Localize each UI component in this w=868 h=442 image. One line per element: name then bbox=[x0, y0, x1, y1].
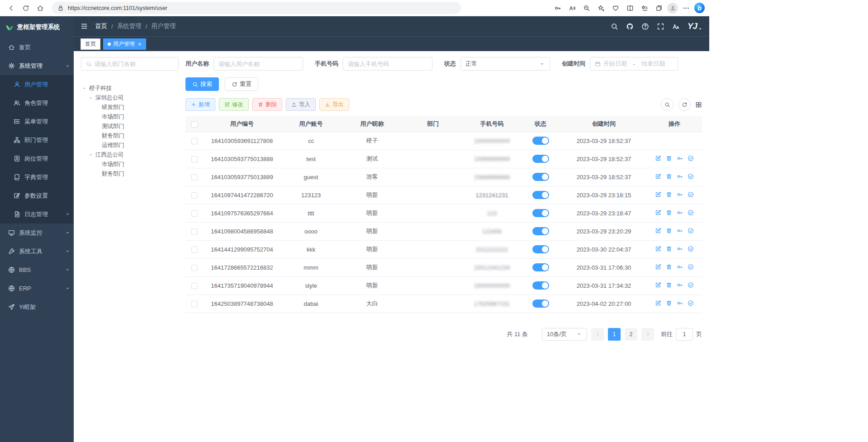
reset-password-icon[interactable] bbox=[677, 300, 683, 306]
goto-page-input[interactable] bbox=[676, 328, 693, 341]
reset-password-icon[interactable] bbox=[677, 264, 683, 270]
fullscreen-icon[interactable] bbox=[657, 23, 664, 30]
row-checkbox[interactable] bbox=[191, 192, 198, 199]
back-button[interactable] bbox=[5, 2, 18, 14]
address-bar[interactable]: https://ccnetcore.com:1101/system/user bbox=[52, 2, 461, 14]
status-select[interactable]: 正常 bbox=[460, 57, 550, 71]
reset-password-icon[interactable] bbox=[677, 209, 683, 216]
tree-node[interactable]: 财务部门 bbox=[81, 131, 179, 141]
delete-icon[interactable] bbox=[666, 300, 672, 306]
row-checkbox[interactable] bbox=[191, 228, 198, 235]
breadcrumb-item[interactable]: 系统管理 bbox=[117, 22, 142, 30]
next-page-button[interactable] bbox=[641, 328, 654, 341]
sidebar-item-menu[interactable]: 菜单管理 bbox=[0, 112, 74, 131]
split-screen-button[interactable] bbox=[624, 2, 636, 14]
delete-icon[interactable] bbox=[666, 155, 672, 162]
read-aloud-button[interactable] bbox=[566, 2, 579, 14]
tab-user-mgmt[interactable]: 用户管理× bbox=[103, 38, 146, 50]
assign-role-icon[interactable] bbox=[688, 282, 694, 288]
edit-icon[interactable] bbox=[655, 173, 661, 180]
reset-password-icon[interactable] bbox=[677, 282, 683, 288]
edit-icon[interactable] bbox=[655, 282, 661, 288]
prev-page-button[interactable] bbox=[591, 328, 604, 341]
status-toggle[interactable] bbox=[532, 245, 549, 253]
import-button[interactable]: 导入 bbox=[286, 98, 316, 111]
page-button-2[interactable]: 2 bbox=[625, 328, 637, 341]
assign-role-icon[interactable] bbox=[688, 155, 694, 162]
refresh-table-button[interactable] bbox=[678, 98, 691, 111]
tree-node[interactable]: 深圳总公司 bbox=[81, 93, 179, 103]
app-logo[interactable]: 意框架管理系统 bbox=[0, 16, 74, 38]
date-range-picker[interactable]: 开始日期 - 结束日期 bbox=[590, 57, 678, 71]
add-favorite-button[interactable] bbox=[595, 2, 607, 14]
help-icon[interactable] bbox=[641, 23, 649, 30]
tree-node[interactable]: 市场部门 bbox=[81, 112, 179, 122]
search-icon[interactable] bbox=[611, 23, 618, 30]
delete-icon[interactable] bbox=[666, 228, 672, 234]
status-toggle[interactable] bbox=[532, 191, 549, 199]
edit-icon[interactable] bbox=[655, 191, 661, 198]
row-checkbox[interactable] bbox=[191, 156, 198, 162]
status-toggle[interactable] bbox=[532, 281, 549, 290]
tree-node[interactable]: 测试部门 bbox=[81, 122, 179, 131]
edit-icon[interactable] bbox=[655, 264, 661, 270]
assign-role-icon[interactable] bbox=[688, 228, 694, 234]
sidebar-item-monitor[interactable]: 系统监控 bbox=[0, 223, 74, 242]
row-checkbox[interactable] bbox=[191, 247, 198, 253]
sidebar-item-role[interactable]: 角色管理 bbox=[0, 94, 74, 112]
status-toggle[interactable] bbox=[532, 173, 549, 181]
columns-toggle-icon[interactable] bbox=[695, 101, 702, 108]
row-checkbox[interactable] bbox=[191, 210, 198, 217]
delete-icon[interactable] bbox=[666, 264, 672, 270]
tree-node[interactable]: 市场部门 bbox=[81, 160, 179, 169]
status-toggle[interactable] bbox=[532, 227, 549, 235]
browser-home-button[interactable] bbox=[33, 2, 47, 14]
tree-node[interactable]: 研发部门 bbox=[81, 103, 179, 112]
phone-input[interactable] bbox=[348, 61, 427, 67]
assign-role-icon[interactable] bbox=[688, 173, 694, 180]
status-toggle[interactable] bbox=[532, 299, 549, 308]
sidebar-item-erp[interactable]: ERP bbox=[0, 279, 74, 298]
favorites-bar-button[interactable] bbox=[638, 2, 651, 14]
tree-node[interactable]: 财务部门 bbox=[81, 169, 179, 179]
tree-node[interactable]: 运维部门 bbox=[81, 141, 179, 150]
user-brand-logo[interactable]: YJ bbox=[688, 21, 702, 31]
edit-icon[interactable] bbox=[655, 228, 661, 234]
tree-node[interactable]: 江西总公司 bbox=[81, 150, 179, 160]
row-checkbox[interactable] bbox=[191, 265, 198, 271]
delete-icon[interactable] bbox=[666, 173, 672, 180]
row-checkbox[interactable] bbox=[191, 283, 198, 289]
assign-role-icon[interactable] bbox=[688, 246, 694, 252]
reset-password-icon[interactable] bbox=[677, 228, 683, 234]
reset-button[interactable]: 重置 bbox=[225, 77, 258, 91]
assign-role-icon[interactable] bbox=[688, 209, 694, 216]
breadcrumb-item[interactable]: 首页 bbox=[95, 22, 107, 30]
assign-role-icon[interactable] bbox=[688, 300, 694, 306]
sidebar-toggle-icon[interactable] bbox=[81, 23, 88, 30]
sidebar-item-dept[interactable]: 部门管理 bbox=[0, 131, 74, 149]
edit-button[interactable]: 修改 bbox=[219, 98, 249, 111]
delete-icon[interactable] bbox=[666, 209, 672, 216]
status-toggle[interactable] bbox=[532, 263, 549, 271]
add-button[interactable]: 新增 bbox=[185, 98, 215, 111]
reset-password-icon[interactable] bbox=[677, 246, 683, 252]
sidebar-item-dict[interactable]: 字典管理 bbox=[0, 168, 74, 186]
collections-button[interactable] bbox=[653, 2, 665, 14]
sidebar-item-home[interactable]: 首页 bbox=[0, 38, 74, 57]
github-icon[interactable] bbox=[626, 23, 634, 30]
tab-home[interactable]: 首页 bbox=[81, 38, 100, 50]
edit-icon[interactable] bbox=[655, 246, 661, 252]
password-button[interactable] bbox=[551, 2, 564, 14]
delete-icon[interactable] bbox=[666, 246, 672, 252]
reload-button[interactable] bbox=[19, 2, 33, 14]
browser-essentials-button[interactable] bbox=[609, 2, 622, 14]
sidebar-item-log[interactable]: 日志管理 bbox=[0, 205, 74, 223]
sidebar-item-tool[interactable]: 系统工具 bbox=[0, 242, 74, 261]
sidebar-item-system[interactable]: 系统管理 bbox=[0, 57, 74, 75]
status-toggle[interactable] bbox=[532, 137, 549, 145]
reset-password-icon[interactable] bbox=[677, 191, 683, 198]
delete-button[interactable]: 删除 bbox=[252, 98, 282, 111]
reset-password-icon[interactable] bbox=[677, 155, 683, 162]
delete-icon[interactable] bbox=[666, 191, 672, 198]
zoom-button[interactable] bbox=[580, 2, 593, 14]
